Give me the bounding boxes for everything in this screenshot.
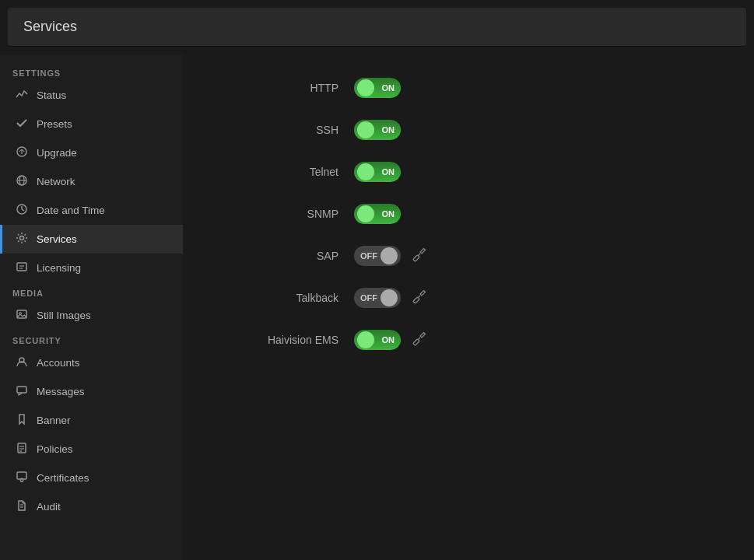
sidebar-item-label-upgrade: Upgrade [37, 147, 77, 159]
audit-icon [15, 499, 29, 514]
sidebar-item-upgrade[interactable]: Upgrade [0, 138, 183, 167]
sidebar-item-label-messages: Messages [37, 386, 85, 397]
sidebar-item-label-policies: Policies [37, 443, 73, 455]
sidebar-item-label-banner: Banner [37, 415, 71, 426]
sidebar-item-services[interactable]: Services [0, 225, 183, 254]
svg-line-28 [418, 254, 420, 256]
sidebar-item-label-network: Network [37, 176, 75, 187]
sidebar-item-policies[interactable]: Policies [0, 435, 183, 464]
sidebar-item-licensing[interactable]: Licensing [0, 254, 183, 282]
sidebar-item-label-audit: Audit [37, 501, 61, 513]
config-icon-haivision-ems[interactable] [412, 331, 427, 350]
network-icon [15, 174, 29, 189]
messages-icon [15, 384, 29, 399]
svg-rect-31 [413, 338, 419, 345]
service-name-http: HTTP [230, 82, 354, 94]
svg-rect-29 [413, 296, 419, 303]
svg-line-30 [418, 296, 420, 298]
sidebar-item-label-accounts: Accounts [37, 357, 80, 369]
sidebar-item-messages[interactable]: Messages [0, 377, 183, 406]
sidebar-section-media: MEDIA [0, 282, 183, 301]
sidebar-item-label-services: Services [37, 233, 77, 245]
service-row-talkback: Talkback OFF [230, 288, 707, 308]
service-row-ssh: SSH ON [230, 120, 707, 140]
service-name-ssh: SSH [230, 124, 354, 136]
sidebar-item-status[interactable]: Status [0, 81, 183, 110]
service-row-sap: SAP OFF [230, 246, 707, 266]
service-row-haivision-ems: Haivision EMS ON [230, 330, 707, 350]
service-name-sap: SAP [230, 250, 354, 262]
presets-icon [15, 117, 29, 131]
toggle-haivision-ems[interactable]: ON [354, 330, 401, 350]
config-icon-sap[interactable] [412, 247, 427, 266]
page-title: Services [23, 19, 77, 34]
sidebar: SETTINGSStatusPresetsUpgradeNetworkDate … [0, 54, 183, 560]
certificates-icon [15, 471, 29, 485]
sidebar-item-audit[interactable]: Audit [0, 492, 183, 521]
policies-icon [15, 442, 29, 457]
date-time-icon [15, 203, 29, 218]
service-row-snmp: SNMP ON [230, 204, 707, 224]
service-name-haivision-ems: Haivision EMS [230, 334, 354, 346]
sidebar-item-label-still-images: Still Images [37, 310, 91, 321]
sidebar-item-date-time[interactable]: Date and Time [0, 196, 183, 225]
sidebar-item-label-presets: Presets [37, 118, 72, 130]
service-name-telnet: Telnet [230, 166, 354, 178]
services-icon [15, 232, 29, 247]
main-content: HTTP ON SSH ON Telnet ON SNMP ON SAP OFF… [183, 54, 754, 560]
sidebar-item-label-licensing: Licensing [37, 262, 81, 274]
toggle-sap[interactable]: OFF [354, 246, 401, 266]
service-name-snmp: SNMP [230, 208, 354, 220]
sidebar-section-security: SECURITY [0, 330, 183, 348]
sidebar-item-label-certificates: Certificates [37, 472, 89, 484]
service-name-talkback: Talkback [230, 292, 354, 304]
page-title-bar: Services [8, 8, 746, 47]
config-icon-talkback[interactable] [412, 289, 427, 308]
sidebar-item-label-status: Status [37, 89, 66, 101]
toggle-snmp[interactable]: ON [354, 204, 401, 224]
sidebar-item-network[interactable]: Network [0, 167, 183, 196]
sidebar-item-accounts[interactable]: Accounts [0, 348, 183, 377]
sidebar-item-certificates[interactable]: Certificates [0, 464, 183, 492]
sidebar-item-presets[interactable]: Presets [0, 110, 183, 138]
accounts-icon [15, 355, 29, 370]
service-row-http: HTTP ON [230, 78, 707, 98]
still-images-icon [15, 308, 29, 323]
sidebar-item-label-date-time: Date and Time [37, 205, 105, 216]
svg-line-32 [418, 338, 420, 340]
licensing-icon [15, 261, 29, 275]
svg-rect-27 [413, 254, 419, 261]
svg-rect-9 [17, 263, 26, 271]
status-icon [15, 88, 29, 103]
toggle-talkback[interactable]: OFF [354, 288, 401, 308]
toggle-telnet[interactable]: ON [354, 162, 401, 182]
toggle-http[interactable]: ON [354, 78, 401, 98]
svg-rect-12 [17, 310, 26, 318]
svg-point-8 [20, 236, 24, 240]
svg-rect-15 [17, 387, 26, 393]
svg-line-7 [22, 209, 24, 211]
sidebar-item-still-images[interactable]: Still Images [0, 301, 183, 330]
sidebar-item-banner[interactable]: Banner [0, 406, 183, 435]
upgrade-icon [15, 145, 29, 160]
banner-icon [15, 413, 29, 428]
service-row-telnet: Telnet ON [230, 162, 707, 182]
toggle-ssh[interactable]: ON [354, 120, 401, 140]
sidebar-section-settings: SETTINGS [0, 62, 183, 81]
